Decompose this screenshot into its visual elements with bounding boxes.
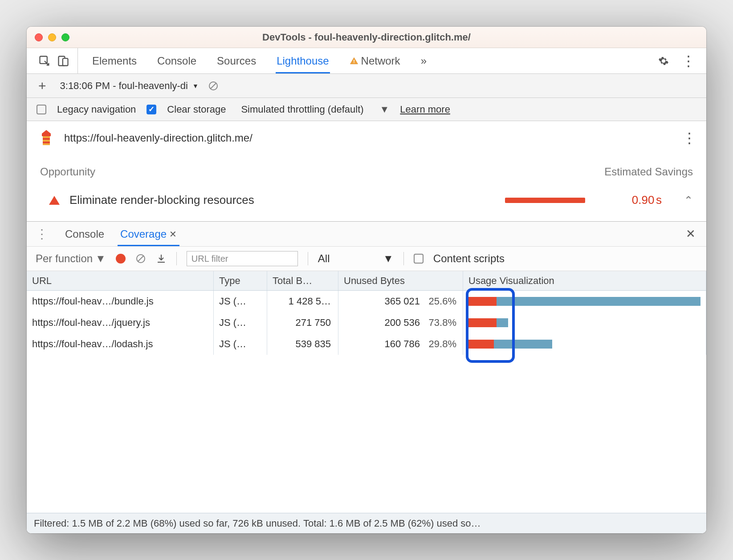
throttling-label: Simulated throttling (default) (241, 104, 363, 115)
tab-lighthouse[interactable]: Lighthouse (276, 48, 330, 73)
cell-total: 1 428 5… (267, 291, 338, 312)
url-filter-input[interactable]: URL filter (187, 251, 298, 266)
new-report-button[interactable]: + (34, 78, 51, 93)
cell-type: JS (… (214, 291, 267, 312)
clear-storage-label: Clear storage (167, 104, 226, 115)
cell-url: https://foul-heav…/lodash.js (27, 333, 214, 355)
savings-header: Estimated Savings (604, 166, 693, 178)
chevron-up-icon[interactable]: ⌃ (684, 194, 693, 207)
content-scripts-label: Content scripts (433, 252, 505, 265)
opportunity-time: 0.90 s (617, 193, 662, 207)
legacy-navigation-checkbox[interactable] (37, 105, 46, 114)
coverage-table-header: URL Type Total B… Unused Bytes Usage Vis… (27, 271, 706, 291)
report-selector-label: 3:18:06 PM - foul-heavenly-di (60, 80, 188, 92)
table-row[interactable]: https://foul-heav…/lodash.jsJS (…539 835… (27, 333, 706, 355)
cell-type: JS (… (214, 333, 267, 355)
triangle-icon (49, 196, 60, 205)
main-tabs: Elements Console Sources Lighthouse Netw… (27, 48, 706, 74)
svg-rect-2 (63, 58, 68, 65)
close-icon[interactable]: ✕ (169, 229, 177, 239)
cell-type: JS (… (214, 312, 267, 333)
drawer-tab-console[interactable]: Console (62, 222, 107, 246)
svg-rect-9 (43, 138, 50, 140)
drawer-tab-coverage-label: Coverage (120, 228, 167, 240)
opportunity-row[interactable]: Eliminate render-blocking resources 0.90… (40, 193, 693, 207)
opportunity-title: Eliminate render-blocking resources (69, 193, 495, 207)
clear-coverage-icon[interactable] (135, 253, 146, 264)
drawer-tab-coverage[interactable]: Coverage ✕ (118, 222, 179, 246)
drawer-close-icon[interactable]: ✕ (680, 227, 701, 241)
coverage-mode-label: Per function (36, 252, 93, 265)
url-filter-placeholder: URL filter (191, 254, 228, 264)
svg-rect-4 (354, 62, 354, 63)
report-url: https://foul-heavenly-direction.glitch.m… (64, 132, 673, 144)
throttling-caret[interactable]: ▼ (380, 104, 390, 115)
opportunities-section: Opportunity Estimated Savings Eliminate … (27, 155, 706, 221)
svg-rect-8 (43, 136, 50, 145)
clear-storage-checkbox[interactable] (147, 105, 156, 114)
drawer-more-icon[interactable]: ⋮ (32, 227, 52, 241)
window-title: DevTools - foul-heavenly-direction.glitc… (27, 32, 706, 43)
opportunity-bar (505, 198, 585, 203)
cell-url: https://foul-heav…/bundle.js (27, 291, 214, 312)
lighthouse-toolbar: + 3:18:06 PM - foul-heavenly-di ▼ (27, 74, 706, 98)
cell-total: 539 835 (267, 333, 338, 355)
more-options-icon[interactable]: ⋮ (681, 53, 695, 69)
type-filter-select[interactable]: All ▼ (318, 252, 394, 265)
svg-rect-3 (354, 60, 354, 61)
cell-vis (463, 291, 706, 312)
svg-rect-10 (43, 142, 50, 143)
report-selector[interactable]: 3:18:06 PM - foul-heavenly-di ▼ (60, 80, 199, 92)
coverage-mode-select[interactable]: Per function ▼ (36, 252, 106, 265)
learn-more-link[interactable]: Learn more (400, 104, 450, 115)
report-url-bar: https://foul-heavenly-direction.glitch.m… (27, 121, 706, 155)
svg-marker-7 (42, 130, 51, 136)
warning-icon (350, 57, 358, 65)
coverage-table: URL Type Total B… Unused Bytes Usage Vis… (27, 271, 706, 533)
cell-unused: 200 53673.8% (338, 312, 463, 333)
cell-vis (463, 333, 706, 355)
lighthouse-icon (37, 129, 55, 147)
table-row[interactable]: https://foul-heav…/bundle.jsJS (…1 428 5… (27, 291, 706, 312)
clear-icon[interactable] (208, 81, 219, 91)
tab-network-label: Network (361, 55, 400, 67)
cell-url: https://foul-heav…/jquery.js (27, 312, 214, 333)
svg-line-6 (211, 83, 216, 89)
coverage-toolbar: Per function ▼ URL filter All ▼ Content … (27, 246, 706, 271)
col-type[interactable]: Type (214, 271, 267, 290)
col-url[interactable]: URL (27, 271, 214, 290)
tab-console[interactable]: Console (156, 48, 197, 73)
type-filter-label: All (318, 252, 330, 265)
inspect-icon[interactable] (38, 55, 51, 67)
device-toggle-icon[interactable] (57, 55, 69, 67)
cell-total: 271 750 (267, 312, 338, 333)
tab-network[interactable]: Network (349, 48, 401, 73)
cell-vis (463, 312, 706, 333)
record-button[interactable] (116, 254, 126, 264)
devtools-window: DevTools - foul-heavenly-direction.glitc… (27, 27, 706, 533)
cell-unused: 365 02125.6% (338, 291, 463, 312)
col-vis[interactable]: Usage Visualization (463, 271, 706, 290)
tabs-overflow[interactable]: » (420, 48, 428, 73)
col-unused[interactable]: Unused Bytes (338, 271, 463, 290)
titlebar: DevTools - foul-heavenly-direction.glitc… (27, 27, 706, 48)
col-total[interactable]: Total B… (267, 271, 338, 290)
content-scripts-checkbox[interactable] (414, 254, 424, 264)
tab-sources[interactable]: Sources (216, 48, 257, 73)
tab-elements[interactable]: Elements (91, 48, 138, 73)
coverage-status: Filtered: 1.5 MB of 2.2 MB (68%) used so… (27, 513, 706, 533)
svg-line-12 (138, 256, 143, 261)
settings-icon[interactable] (658, 56, 669, 66)
legacy-navigation-label: Legacy navigation (57, 104, 136, 115)
export-icon[interactable] (156, 253, 167, 264)
opportunity-header: Opportunity (40, 166, 95, 178)
drawer-tabs: ⋮ Console Coverage ✕ ✕ (27, 221, 706, 246)
table-row[interactable]: https://foul-heav…/jquery.jsJS (…271 750… (27, 312, 706, 333)
report-menu-icon[interactable]: ⋮ (682, 130, 696, 146)
cell-unused: 160 78629.8% (338, 333, 463, 355)
coverage-table-body: https://foul-heav…/bundle.jsJS (…1 428 5… (27, 291, 706, 513)
lighthouse-options: Legacy navigation Clear storage Simulate… (27, 98, 706, 121)
